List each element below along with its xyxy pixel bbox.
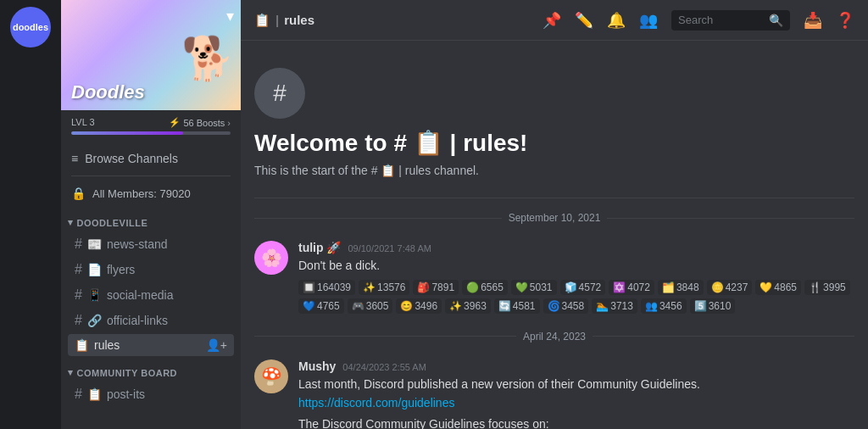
channel-welcome: # Welcome to # 📋 | rules! This is the st… <box>254 54 854 198</box>
all-members-label: All Members: 79020 <box>92 187 191 200</box>
message-time-mushy: 04/24/2023 2:55 AM <box>342 362 426 372</box>
server-banner-title: Doodles <box>71 81 145 103</box>
emoji-item[interactable]: ✨13576 <box>359 280 409 295</box>
channel-name-label: news-stand <box>107 237 168 251</box>
message-paragraph: The Discord Community Guidelines focuses… <box>298 416 854 429</box>
server-list: doodles <box>0 0 61 429</box>
emoji-item[interactable]: 5️⃣3610 <box>690 298 736 314</box>
message-header-tulip: tulip 🚀 09/10/2021 7:48 AM <box>298 241 854 254</box>
hash-icon: # <box>75 387 82 402</box>
server-icon[interactable]: doodles <box>10 7 51 47</box>
channel-emoji: 📱 <box>87 288 102 302</box>
emoji-item[interactable]: 🧊4572 <box>560 280 606 295</box>
message-content-tulip: tulip 🚀 09/10/2021 7:48 AM Don't be a di… <box>298 241 854 314</box>
channel-name-label: rules <box>94 338 120 352</box>
guidelines-link[interactable]: https://discord.com/guidelines <box>298 396 454 410</box>
channel-title-icon: 📋 <box>254 13 270 28</box>
emoji-item[interactable]: 😊3496 <box>396 298 442 314</box>
message-time-tulip: 09/10/2021 7:48 AM <box>348 243 431 254</box>
emoji-item[interactable]: 🎮3605 <box>348 298 393 314</box>
top-bar-actions: 📌 ✏️ 🔔 👥 Search 🔍 📥 ❓ <box>542 10 854 31</box>
avatar-tulip[interactable]: 🌸 <box>254 241 288 275</box>
channel-emoji: 📰 <box>87 237 102 251</box>
date-divider-apr2023: April 24, 2023 <box>254 331 854 343</box>
pin-icon[interactable]: 📌 <box>542 11 561 30</box>
channel-social-media[interactable]: # 📱 social-media <box>68 283 234 307</box>
category-community-board[interactable]: ▾ COMMUNITY BOARD <box>61 357 241 382</box>
emoji-item[interactable]: 🏊3713 <box>592 298 637 314</box>
level-info: LVL 3 ⚡ 56 Boosts › <box>71 117 231 128</box>
add-member-icon[interactable]: 👤+ <box>206 338 227 352</box>
emoji-item[interactable]: 🌀3458 <box>543 298 589 314</box>
emoji-item[interactable]: 🪙4237 <box>707 280 753 295</box>
channel-emoji: 📋 <box>87 387 102 401</box>
message-author-tulip: tulip 🚀 <box>298 241 341 254</box>
message-tulip: 🌸 tulip 🚀 09/10/2021 7:48 AM Don't be a … <box>254 237 854 317</box>
channel-flyers[interactable]: # 📄 flyers <box>68 258 234 281</box>
bell-icon[interactable]: 🔔 <box>607 11 626 30</box>
emoji-item[interactable]: 🔲164039 <box>298 280 355 295</box>
emoji-item[interactable]: 💙4765 <box>298 298 344 314</box>
sidebar-divider <box>71 176 231 176</box>
channel-separator: | <box>275 13 279 27</box>
search-label: Search <box>678 14 764 26</box>
date-divider-label: April 24, 2023 <box>523 331 586 343</box>
channel-hash-circle: # <box>254 68 305 119</box>
server-banner[interactable]: Doodles ▾ 🐕 <box>61 0 241 110</box>
hash-icon: # <box>75 237 82 252</box>
server-dropdown-arrow[interactable]: ▾ <box>226 7 234 25</box>
avatar-mushy[interactable]: 🍄 <box>254 359 288 393</box>
message-link-container: https://discord.com/guidelines <box>298 396 854 410</box>
emoji-item[interactable]: ✨3963 <box>445 298 491 314</box>
inbox-icon[interactable]: 📥 <box>804 11 822 30</box>
emoji-item[interactable]: 👥3456 <box>641 298 687 314</box>
message-mushy: 🍄 Mushy 04/24/2023 2:55 AM Last month, D… <box>254 356 854 429</box>
emoji-item[interactable]: 🎒7891 <box>413 280 459 295</box>
category-label: DOODLEVILLE <box>77 218 148 228</box>
level-bar-container: LVL 3 ⚡ 56 Boosts › <box>61 110 241 142</box>
emoji-item[interactable]: 🔄4581 <box>494 298 540 314</box>
edit-icon[interactable]: ✏️ <box>575 11 593 30</box>
messages-area: # Welcome to # 📋 | rules! This is the st… <box>241 41 868 429</box>
all-members-button[interactable]: 🔒 All Members: 79020 <box>61 180 241 207</box>
emoji-item[interactable]: 🟢6565 <box>462 280 508 295</box>
channel-sidebar: Doodles ▾ 🐕 LVL 3 ⚡ 56 Boosts › ≡ Browse… <box>61 0 241 429</box>
author-badge: 🚀 <box>326 241 341 254</box>
message-text-tulip: Don't be a dick. <box>298 258 854 275</box>
server-mascot: 🐕 <box>181 34 232 110</box>
channel-welcome-title: Welcome to # 📋 | rules! <box>254 129 854 157</box>
browse-channels-icon: ≡ <box>71 152 78 165</box>
message-author-mushy: Mushy <box>298 359 336 373</box>
browse-channels-button[interactable]: ≡ Browse Channels <box>61 145 241 172</box>
channel-post-its[interactable]: # 📋 post-its <box>68 382 234 406</box>
emoji-item[interactable]: 🍴3995 <box>804 280 850 295</box>
category-doodleville[interactable]: ▾ DOODLEVILLE <box>61 207 241 231</box>
emoji-item[interactable]: 🗂️3848 <box>658 280 704 295</box>
emoji-item[interactable]: 💛4865 <box>755 280 801 295</box>
date-divider-label: September 10, 2021 <box>509 212 601 224</box>
channel-news-stand[interactable]: # 📰 news-stand <box>68 232 234 256</box>
members-icon[interactable]: 👥 <box>639 11 658 30</box>
channel-emoji: 🔗 <box>87 314 102 327</box>
browse-channels-label: Browse Channels <box>85 152 178 165</box>
channel-name-label: social-media <box>107 288 174 302</box>
emoji-item[interactable]: 💚5031 <box>511 280 557 295</box>
boost-label: ⚡ 56 Boosts › <box>169 117 231 128</box>
channel-welcome-desc: This is the start of the # 📋 | rules cha… <box>254 164 854 177</box>
top-bar: 📋 | rules 📌 ✏️ 🔔 👥 Search 🔍 📥 ❓ <box>241 0 868 41</box>
channel-title-name: rules <box>284 13 314 27</box>
level-progress-bar <box>71 131 231 135</box>
help-icon[interactable]: ❓ <box>836 11 854 30</box>
hash-icon: # <box>75 313 82 328</box>
channel-name-label: flyers <box>107 263 135 276</box>
channel-official-links[interactable]: # 🔗 official-links <box>68 309 234 332</box>
hash-icon: # <box>75 262 82 277</box>
search-bar[interactable]: Search 🔍 <box>671 10 790 31</box>
level-bar-fill <box>71 131 183 135</box>
message-content-mushy: Mushy 04/24/2023 2:55 AM Last month, Dis… <box>298 359 854 429</box>
level-label: LVL 3 <box>71 117 95 128</box>
channel-rules[interactable]: 📋 rules 👤+ <box>68 334 234 356</box>
emoji-item[interactable]: ✡️4072 <box>609 280 654 295</box>
category-chevron: ▾ <box>68 367 74 378</box>
main-content: 📋 | rules 📌 ✏️ 🔔 👥 Search 🔍 📥 ❓ # Welcom… <box>241 0 868 429</box>
